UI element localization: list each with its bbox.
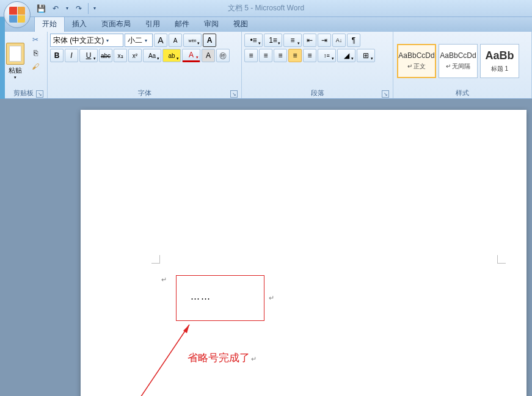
- show-marks-button[interactable]: ¶: [347, 34, 360, 47]
- group-font: 宋体 (中文正文)▾ 小二▾ A A wén A B I U abc x₂ x²…: [48, 32, 242, 98]
- office-logo-icon: [9, 7, 25, 23]
- office-button[interactable]: [4, 1, 31, 28]
- format-painter-button[interactable]: 🖌: [29, 60, 42, 73]
- italic-button[interactable]: I: [65, 49, 78, 62]
- group-paragraph: •≡ 1≡ ≡ ⇤ ⇥ A↓ ¶ ≡ ≡ ≡ ≡ ≡ ↕≡ ◢ ⊞ 段落↘: [242, 32, 393, 98]
- clipboard-group-label: 剪贴板↘: [2, 88, 45, 98]
- paste-label: 粘贴: [9, 66, 22, 75]
- tab-view[interactable]: 视图: [226, 16, 255, 32]
- char-shading-button[interactable]: A: [202, 49, 215, 62]
- justify-button[interactable]: ≡: [288, 49, 302, 62]
- change-case-button[interactable]: Aa: [143, 49, 161, 62]
- qat-customize-dropdown[interactable]: ▾: [91, 5, 98, 11]
- numbering-button[interactable]: 1≡: [264, 34, 282, 47]
- tab-review[interactable]: 审阅: [197, 16, 226, 32]
- paragraph-mark-icon: ↵: [269, 294, 274, 302]
- align-left-button[interactable]: ≡: [244, 49, 258, 62]
- superscript-button[interactable]: x²: [128, 49, 142, 62]
- font-color-button[interactable]: A: [182, 49, 200, 62]
- paste-icon: [6, 43, 24, 65]
- font-size-combo[interactable]: 小二▾: [125, 34, 153, 47]
- save-button[interactable]: 💾: [34, 2, 48, 15]
- clear-format-button[interactable]: wén: [183, 34, 202, 47]
- tab-references[interactable]: 引用: [138, 16, 167, 32]
- qat-separator: [88, 3, 89, 14]
- paragraph-mark-icon: ↵: [161, 276, 167, 284]
- redo-button[interactable]: ↷: [72, 2, 86, 15]
- svg-line-0: [134, 325, 189, 396]
- strike-button[interactable]: abc: [99, 49, 112, 62]
- paragraph-group-label: 段落↘: [244, 88, 390, 98]
- quick-access-toolbar: 💾 ↶ ▾ ↷ ▾: [34, 2, 98, 15]
- bullets-button[interactable]: •≡: [244, 34, 263, 47]
- shading-button[interactable]: ◢: [337, 49, 355, 62]
- subscript-button[interactable]: x₂: [114, 49, 127, 62]
- align-center-button[interactable]: ≡: [259, 49, 272, 62]
- borders-button[interactable]: ⊞: [357, 49, 375, 62]
- group-styles: AaBbCcDd ↵ 正文 AaBbCcDd ↵ 无间隔 AaBb 标题 1 样…: [393, 32, 532, 98]
- decrease-indent-button[interactable]: ⇤: [303, 34, 316, 47]
- shrink-font-button[interactable]: A: [169, 34, 182, 47]
- margin-corner-tr: [497, 255, 506, 264]
- tab-insert[interactable]: 插入: [65, 16, 94, 32]
- align-right-button[interactable]: ≡: [274, 49, 287, 62]
- style-no-spacing[interactable]: AaBbCcDd ↵ 无间隔: [439, 44, 478, 78]
- window-title: 文档 5 - Microsoft Word: [228, 3, 304, 13]
- char-border-button[interactable]: A: [203, 34, 216, 47]
- undo-button[interactable]: ↶: [49, 2, 62, 15]
- tab-layout[interactable]: 页面布局: [94, 16, 138, 32]
- line-spacing-button[interactable]: ↕≡: [318, 49, 336, 62]
- document-text-ellipsis: ⋯⋯: [191, 293, 211, 304]
- style-heading-1[interactable]: AaBb 标题 1: [480, 44, 519, 78]
- bold-button[interactable]: B: [50, 49, 64, 62]
- cut-button[interactable]: ✂: [29, 34, 42, 46]
- sort-button[interactable]: A↓: [332, 34, 346, 47]
- annotation-box: [176, 275, 264, 321]
- styles-group-label: 样式: [396, 88, 529, 98]
- font-dialog-launcher[interactable]: ↘: [230, 90, 238, 98]
- ribbon-tabs: 开始 插入 页面布局 引用 邮件 审阅 视图: [0, 17, 532, 32]
- enclosed-char-button[interactable]: ㊕: [216, 49, 230, 62]
- font-group-label: 字体↘: [50, 88, 239, 98]
- annotation-text: 省略号完成了↵: [188, 351, 257, 365]
- document-area[interactable]: ↵ ⋯⋯ ↵ 省略号完成了↵ Bai㕦 经验 jingyan.baidu.com: [0, 99, 532, 396]
- style-normal[interactable]: AaBbCcDd ↵ 正文: [397, 44, 436, 78]
- annotation-arrow-icon: [129, 320, 197, 396]
- highlight-button[interactable]: ab: [162, 49, 181, 62]
- font-name-combo[interactable]: 宋体 (中文正文)▾: [50, 34, 123, 47]
- grow-font-button[interactable]: A: [154, 34, 167, 47]
- title-bar: 💾 ↶ ▾ ↷ ▾ 文档 5 - Microsoft Word: [0, 0, 532, 17]
- group-clipboard: 粘贴 ▾ ✂ ⎘ 🖌 剪贴板↘: [0, 32, 48, 98]
- tab-mail[interactable]: 邮件: [167, 16, 197, 32]
- tab-home[interactable]: 开始: [34, 16, 65, 32]
- multilevel-button[interactable]: ≡: [283, 34, 302, 47]
- paste-button[interactable]: 粘贴 ▾: [2, 34, 28, 88]
- undo-dropdown[interactable]: ▾: [64, 5, 71, 11]
- copy-button[interactable]: ⎘: [29, 47, 42, 59]
- ribbon: 粘贴 ▾ ✂ ⎘ 🖌 剪贴板↘ 宋体 (中文正文)▾ 小二▾ A A wén A…: [0, 32, 532, 99]
- distribute-button[interactable]: ≡: [303, 49, 316, 62]
- clipboard-dialog-launcher[interactable]: ↘: [36, 90, 43, 98]
- increase-indent-button[interactable]: ⇥: [318, 34, 331, 47]
- underline-button[interactable]: U: [79, 49, 98, 62]
- paragraph-dialog-launcher[interactable]: ↘: [382, 90, 389, 98]
- margin-corner-tl: [151, 255, 160, 264]
